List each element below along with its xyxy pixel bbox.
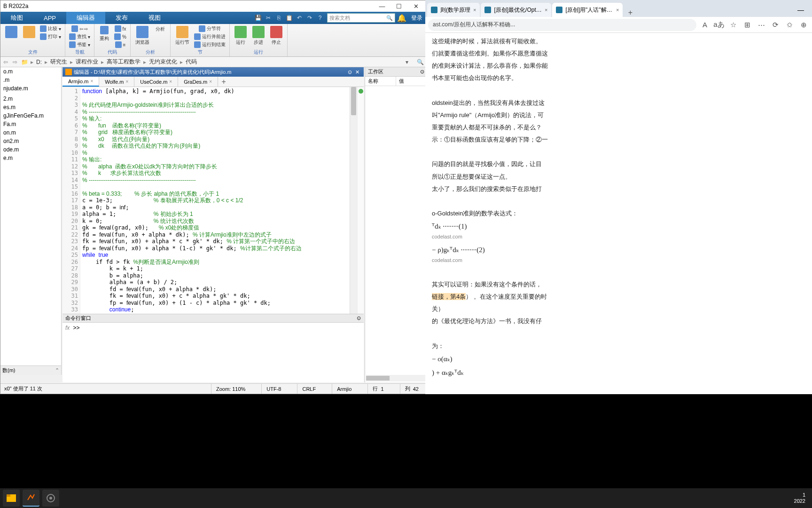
qa-save-icon[interactable]: 💾 [253,12,263,24]
qa-paste-icon[interactable]: 📋 [284,12,294,24]
tab-close-icon[interactable]: × [545,7,547,13]
browser-tab-0[interactable]: 则(数学原理× [427,3,480,17]
file-item[interactable]: es.m [0,103,61,111]
print-button[interactable]: 打印▾ [39,33,62,40]
command-body[interactable]: fx >> [62,323,364,382]
fwd-icon[interactable]: ⇨ [12,59,18,65]
new-tab-button[interactable]: + [624,8,637,17]
tab-close-icon[interactable]: × [90,79,93,84]
code-indent-button[interactable]: ≡ [113,41,127,48]
close-button[interactable]: ✕ [407,1,424,11]
extensions-icon[interactable]: ⋯ [756,19,767,31]
browser-tab-2[interactable]: [原创]用"人话"解释不...× [552,3,623,17]
qa-cut-icon[interactable]: ✂ [263,12,273,24]
crumb-5[interactable]: 代码 [186,58,197,66]
code-pane[interactable]: 1234567891011121314151617181920212223242… [62,87,364,314]
folder-icon[interactable]: 📁 [21,59,28,65]
addr-dropdown-icon[interactable]: ▾ [406,59,414,65]
file-item[interactable]: ode.m [0,145,61,154]
matlab-taskbar-icon[interactable] [23,490,39,507]
editor-dock-icon[interactable]: ⊙ [346,69,353,75]
editor-tab-wolfe[interactable]: Wolfe.m× [99,77,134,87]
obs-icon[interactable] [42,490,59,507]
browser-tab-1[interactable]: [原创]最优化/Optimi...× [481,3,551,17]
file-explorer-icon[interactable] [3,490,20,507]
maximize-button[interactable]: ☐ [390,1,407,11]
chevron-up-icon[interactable]: ⌃ [55,367,59,373]
scroll-thumb[interactable] [351,87,356,115]
browser-content[interactable]: 这些规律的时候，算法就很有可能收敛。们就要遵循这些准则。如果你不愿意遵循这的准则… [425,33,812,394]
addr-search-icon[interactable]: 🔍 [417,59,425,65]
stop-button[interactable]: 停止 [268,25,284,47]
qa-copy-icon[interactable]: ⎘ [273,12,284,24]
toolstrip-tab-plot[interactable]: 绘图 [0,12,33,24]
ws-menu-icon[interactable]: ⊙ [420,69,424,75]
ws-hscroll[interactable] [366,375,426,381]
url-bar[interactable]: ast.com/原创用人话解释不精确... [428,19,696,31]
file-item[interactable]: njudate.m [0,84,61,93]
file-item[interactable]: on2.m [0,137,61,145]
run-to-end-button[interactable]: 运行到结束 [193,41,226,48]
collections-icon[interactable]: ⊞ [742,19,753,31]
file-item[interactable]: on.m [0,128,61,137]
run-section-button[interactable]: 运行节 [173,25,191,47]
back-icon[interactable]: ⇦ [2,59,9,65]
toolstrip-tab-view[interactable]: 视图 [138,12,171,24]
tab-close-icon[interactable]: × [125,79,128,84]
file-item[interactable]: gJinFenGeFa.m [0,111,61,120]
run-advance-button[interactable]: 运行并前进 [193,33,226,40]
tab-close-icon[interactable]: × [616,7,619,13]
crumb-1[interactable]: 研究生 [50,58,67,66]
translate-icon[interactable]: aあ [713,19,725,31]
login-button[interactable]: 登录 [406,12,427,24]
toolstrip-tab-publish[interactable]: 发布 [105,12,138,24]
toolstrip-tab-app[interactable]: APP [33,12,66,24]
refactor-button[interactable]: 重构 [97,25,111,43]
crumb-d[interactable]: D: [36,59,42,65]
browser-button[interactable]: 浏览器 [133,25,151,47]
tab-close-icon[interactable]: × [169,79,172,84]
file-item[interactable]: Fa.m [0,120,61,128]
editor-tab-usecode[interactable]: UseCode.m× [134,77,178,87]
file-item[interactable]: .m [0,76,61,84]
minimize-button[interactable]: — [374,1,390,11]
editor-close-icon[interactable]: ✕ [353,69,361,75]
file-item[interactable]: o.m [0,67,61,76]
qa-undo-icon[interactable]: ↶ [294,12,304,24]
status-zoom[interactable]: Zoom: 110% [211,384,250,394]
browser-minimize-button[interactable]: — [791,3,810,17]
toolstrip-tab-editor[interactable]: 编辑器 [66,12,105,24]
editor-tab-armjio[interactable]: Armjio.m× [62,77,99,87]
bookmark-button[interactable]: 书签▾ [68,41,91,48]
find-button[interactable]: 查找▾ [68,33,91,40]
code-text[interactable]: function [alpha, k] = Armjio(fun, grad, … [80,87,350,314]
cmd-menu-icon[interactable]: ⊙ [357,315,361,321]
notifications-icon[interactable]: 🔔 [397,12,406,24]
ws-hscroll-thumb[interactable] [366,376,390,381]
crumb-4[interactable]: 无约束优化 [149,58,177,66]
reader-icon[interactable]: A [699,19,710,31]
editor-scrollbar[interactable] [350,87,357,314]
code-pct-button[interactable]: % [113,33,127,40]
tab-close-icon[interactable]: × [473,7,476,13]
crumb-2[interactable]: 课程作业 [76,58,98,66]
section-break-button[interactable]: 分节符 [193,25,226,32]
editor-tab-grades[interactable]: GraDes.m× [178,77,218,87]
ws-col-value[interactable]: 值 [396,77,427,86]
file-item[interactable]: e.m [0,154,61,162]
open-button[interactable] [21,25,37,40]
run-button[interactable]: 运行 [233,25,249,47]
qa-redo-icon[interactable]: ↷ [304,12,315,24]
doc-search-input[interactable]: 搜索文档🔍 [327,13,395,23]
compare-button[interactable]: 比较▾ [39,25,62,32]
qa-help-icon[interactable]: ? [315,12,325,24]
tab-close-icon[interactable]: × [209,79,212,84]
analyze-button[interactable]: 分析 [153,25,167,33]
system-clock[interactable]: 1 2022 [790,492,809,504]
fx-icon[interactable]: fx [65,325,70,331]
new-button[interactable] [3,25,19,40]
favorite-icon[interactable]: ☆ [727,19,739,31]
file-item[interactable]: 2.m [0,95,61,103]
code-fx-button[interactable]: fx [113,25,127,32]
goto-button[interactable]: ⇦ ⇨ [68,25,91,32]
